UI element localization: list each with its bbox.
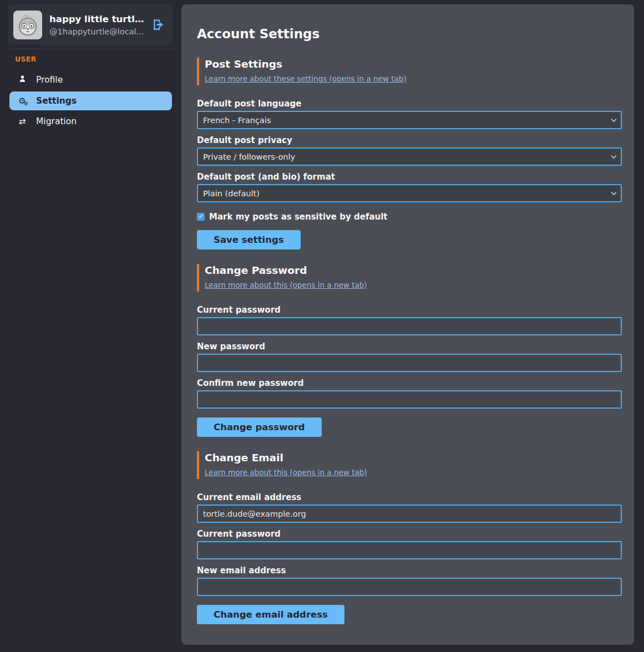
change-email-heading: Change Email xyxy=(205,452,622,463)
new-password-input[interactable] xyxy=(197,354,622,372)
change-password-header: Change Password Learn more about this (o… xyxy=(197,264,622,292)
user-display-name: happy little turtl… xyxy=(49,14,144,24)
default-post-privacy-field: Default post privacy Private / followers… xyxy=(197,135,622,166)
avatar xyxy=(13,11,42,39)
change-password-heading: Change Password xyxy=(205,264,622,276)
default-post-format-select[interactable]: Plain (default) xyxy=(197,184,622,202)
field-label: Current email address xyxy=(197,492,622,502)
default-post-format-field: Default post (and bio) format Plain (def… xyxy=(197,172,622,202)
sidebar-item-profile[interactable]: Profile xyxy=(9,72,172,88)
field-label: Current password xyxy=(197,305,622,315)
sidebar: happy little turtl… @1happyturtle@local…… xyxy=(0,0,181,652)
change-password-section: Change Password Learn more about this (o… xyxy=(197,264,622,437)
sidebar-item-migration[interactable]: ⇄ Migration xyxy=(9,114,172,129)
change-email-section: Change Email Learn more about this (open… xyxy=(197,451,622,624)
confirm-new-password-input[interactable] xyxy=(197,390,622,409)
default-post-privacy-select[interactable]: Private / followers-only xyxy=(197,147,622,166)
confirm-new-password-field: Confirm new password xyxy=(197,378,622,409)
post-settings-heading: Post Settings xyxy=(205,58,622,70)
field-label: Current password xyxy=(197,529,622,539)
sensitive-checkbox[interactable]: ✓ xyxy=(197,213,205,221)
sidebar-item-settings[interactable]: ⚙⚙ Settings xyxy=(9,91,172,110)
check-icon: ✓ xyxy=(198,213,203,220)
new-email-input[interactable] xyxy=(197,578,622,596)
app-root: happy little turtl… @1happyturtle@local…… xyxy=(0,0,644,652)
field-label: Confirm new password xyxy=(197,378,622,388)
user-info: happy little turtl… @1happyturtle@local… xyxy=(49,14,144,36)
sidebar-section-label: USER xyxy=(15,55,181,63)
email-current-password-input[interactable] xyxy=(197,541,622,559)
change-password-learn-more-link[interactable]: Learn more about this (opens in a new ta… xyxy=(205,281,367,289)
sensitive-by-default-row: ✓ Mark my posts as sensitive by default xyxy=(197,212,622,222)
sidebar-item-label: Settings xyxy=(36,96,77,106)
gears-icon: ⚙⚙ xyxy=(17,96,28,106)
post-settings-section: Post Settings Learn more about these set… xyxy=(197,58,622,249)
sidebar-nav: Profile ⚙⚙ Settings ⇄ Migration xyxy=(0,70,181,131)
field-label: New password xyxy=(197,342,622,352)
current-password-field: Current password xyxy=(197,305,622,335)
current-email-input[interactable] xyxy=(197,505,622,523)
new-password-field: New password xyxy=(197,342,622,372)
sidebar-divider xyxy=(8,49,174,49)
default-post-language-select[interactable]: French - Français xyxy=(197,111,622,129)
change-email-header: Change Email Learn more about this (open… xyxy=(197,451,622,479)
sensitive-checkbox-label: Mark my posts as sensitive by default xyxy=(209,212,387,222)
current-email-field: Current email address xyxy=(197,492,622,523)
field-label: Default post (and bio) format xyxy=(197,172,622,182)
change-email-learn-more-link[interactable]: Learn more about this (opens in a new ta… xyxy=(205,468,367,477)
sidebar-item-label: Profile xyxy=(36,75,63,85)
change-password-button[interactable]: Change password xyxy=(197,417,322,437)
field-label: New email address xyxy=(197,566,622,575)
migration-arrows-icon: ⇄ xyxy=(17,116,28,126)
user-handle: @1happyturtle@local… xyxy=(49,27,144,36)
field-label: Default post privacy xyxy=(197,135,622,145)
change-email-button[interactable]: Change email address xyxy=(197,605,344,624)
sidebar-item-label: Migration xyxy=(36,116,77,126)
main-panel: Account Settings Post Settings Learn mor… xyxy=(181,4,634,645)
new-email-field: New email address xyxy=(197,566,622,596)
post-settings-header: Post Settings Learn more about these set… xyxy=(197,58,622,85)
page-title: Account Settings xyxy=(197,27,622,41)
user-card: happy little turtl… @1happyturtle@local… xyxy=(8,4,173,45)
logout-icon[interactable] xyxy=(151,18,166,32)
user-icon xyxy=(17,74,28,85)
post-settings-learn-more-link[interactable]: Learn more about these settings (opens i… xyxy=(205,74,406,83)
current-password-input[interactable] xyxy=(197,317,622,335)
email-current-password-field: Current password xyxy=(197,529,622,559)
default-post-language-field: Default post language French - Français xyxy=(197,99,622,129)
save-settings-button[interactable]: Save settings xyxy=(197,230,301,249)
field-label: Default post language xyxy=(197,99,622,109)
